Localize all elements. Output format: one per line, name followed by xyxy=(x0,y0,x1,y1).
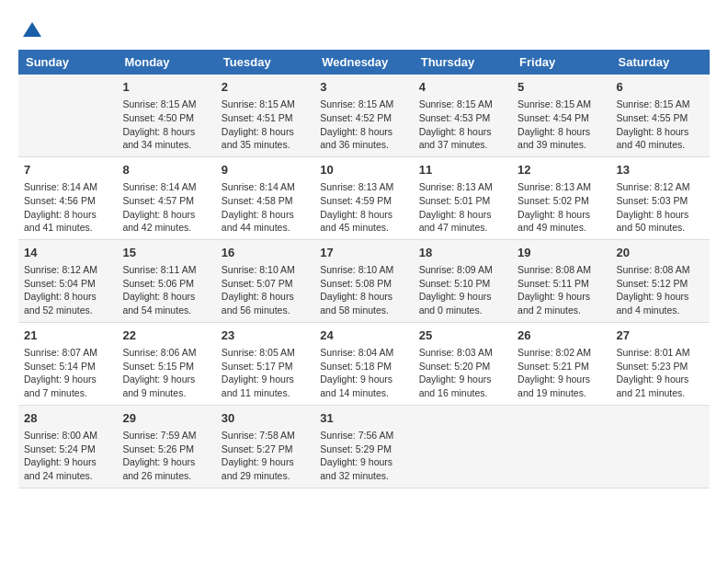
day-number: 31 xyxy=(320,410,407,427)
daylight-text: Daylight: 8 hours and 34 minutes. xyxy=(122,125,210,152)
day-number: 12 xyxy=(518,162,605,178)
cell-week2-day4: 10Sunrise: 8:13 AMSunset: 4:59 PMDayligh… xyxy=(314,156,413,239)
daylight-text: Daylight: 8 hours and 44 minutes. xyxy=(222,208,309,235)
cell-week4-day3: 23Sunrise: 8:05 AMSunset: 5:17 PMDayligh… xyxy=(216,322,314,405)
sunrise-text: Sunrise: 8:14 AM xyxy=(122,180,210,194)
daylight-text: Daylight: 9 hours and 26 minutes. xyxy=(122,455,210,482)
sunset-text: Sunset: 5:02 PM xyxy=(518,194,605,208)
cell-week5-day2: 29Sunrise: 7:59 AMSunset: 5:26 PMDayligh… xyxy=(117,405,215,488)
day-number: 9 xyxy=(222,162,309,178)
sunset-text: Sunset: 4:54 PM xyxy=(518,111,605,125)
week-row-4: 21Sunrise: 8:07 AMSunset: 5:14 PMDayligh… xyxy=(18,322,710,405)
cell-week5-day3: 30Sunrise: 7:58 AMSunset: 5:27 PMDayligh… xyxy=(216,405,314,488)
daylight-text: Daylight: 9 hours and 7 minutes. xyxy=(24,373,111,399)
day-number: 10 xyxy=(320,162,407,178)
cell-week1-day7: 6Sunrise: 8:15 AMSunset: 4:55 PMDaylight… xyxy=(611,75,710,156)
sunset-text: Sunset: 4:56 PM xyxy=(24,194,111,208)
cell-week2-day7: 13Sunrise: 8:12 AMSunset: 5:03 PMDayligh… xyxy=(611,156,710,239)
sunset-text: Sunset: 5:04 PM xyxy=(24,277,111,291)
day-number: 16 xyxy=(222,245,309,261)
sunrise-text: Sunrise: 8:09 AM xyxy=(419,263,506,277)
week-row-2: 7Sunrise: 8:14 AMSunset: 4:56 PMDaylight… xyxy=(18,156,710,239)
sunset-text: Sunset: 5:12 PM xyxy=(617,277,704,291)
sunrise-text: Sunrise: 8:06 AM xyxy=(122,346,210,360)
sunrise-text: Sunrise: 8:14 AM xyxy=(222,180,309,194)
week-row-5: 28Sunrise: 8:00 AMSunset: 5:24 PMDayligh… xyxy=(18,405,710,488)
sunrise-text: Sunrise: 8:15 AM xyxy=(518,98,605,111)
day-number: 14 xyxy=(24,245,111,261)
day-number: 30 xyxy=(222,410,309,427)
svg-marker-0 xyxy=(23,22,41,37)
sunrise-text: Sunrise: 8:02 AM xyxy=(518,346,605,360)
sunrise-text: Sunrise: 8:15 AM xyxy=(320,98,407,111)
cell-week1-day5: 4Sunrise: 8:15 AMSunset: 4:53 PMDaylight… xyxy=(414,75,512,156)
sunset-text: Sunset: 5:29 PM xyxy=(320,442,407,456)
daylight-text: Daylight: 8 hours and 35 minutes. xyxy=(222,125,309,152)
sunrise-text: Sunrise: 8:08 AM xyxy=(617,263,704,277)
sunset-text: Sunset: 4:51 PM xyxy=(222,111,309,125)
sunset-text: Sunset: 5:10 PM xyxy=(419,277,506,291)
col-header-thursday: Thursday xyxy=(414,50,512,75)
cell-week5-day5 xyxy=(414,405,512,488)
cell-week1-day3: 2Sunrise: 8:15 AMSunset: 4:51 PMDaylight… xyxy=(216,75,314,156)
daylight-text: Daylight: 9 hours and 24 minutes. xyxy=(24,455,111,482)
cell-week3-day6: 19Sunrise: 8:08 AMSunset: 5:11 PMDayligh… xyxy=(512,239,610,322)
day-number: 7 xyxy=(24,162,111,178)
sunset-text: Sunset: 5:14 PM xyxy=(24,360,111,373)
day-number: 21 xyxy=(24,327,111,344)
day-number: 5 xyxy=(518,79,605,96)
sunset-text: Sunset: 4:57 PM xyxy=(122,194,210,208)
daylight-text: Daylight: 8 hours and 56 minutes. xyxy=(222,290,309,316)
sunrise-text: Sunrise: 7:56 AM xyxy=(320,429,407,442)
daylight-text: Daylight: 9 hours and 11 minutes. xyxy=(222,373,309,399)
daylight-text: Daylight: 9 hours and 29 minutes. xyxy=(222,455,309,482)
week-row-3: 14Sunrise: 8:12 AMSunset: 5:04 PMDayligh… xyxy=(18,239,710,322)
cell-week5-day4: 31Sunrise: 7:56 AMSunset: 5:29 PMDayligh… xyxy=(314,405,413,488)
day-number: 19 xyxy=(518,245,605,261)
cell-week1-day6: 5Sunrise: 8:15 AMSunset: 4:54 PMDaylight… xyxy=(512,75,610,156)
calendar-table: SundayMondayTuesdayWednesdayThursdayFrid… xyxy=(18,50,710,488)
day-number: 13 xyxy=(617,162,704,178)
header-row: SundayMondayTuesdayWednesdayThursdayFrid… xyxy=(18,50,710,75)
day-number: 27 xyxy=(617,327,704,344)
sunrise-text: Sunrise: 8:14 AM xyxy=(24,180,111,194)
sunrise-text: Sunrise: 8:00 AM xyxy=(24,429,111,442)
sunrise-text: Sunrise: 8:13 AM xyxy=(320,180,407,194)
cell-week3-day3: 16Sunrise: 8:10 AMSunset: 5:07 PMDayligh… xyxy=(216,239,314,322)
cell-week5-day1: 28Sunrise: 8:00 AMSunset: 5:24 PMDayligh… xyxy=(18,405,117,488)
sunrise-text: Sunrise: 8:12 AM xyxy=(24,263,111,277)
day-number: 1 xyxy=(122,79,210,96)
daylight-text: Daylight: 9 hours and 9 minutes. xyxy=(122,373,210,399)
col-header-monday: Monday xyxy=(117,50,215,75)
col-header-saturday: Saturday xyxy=(611,50,710,75)
cell-week4-day5: 25Sunrise: 8:03 AMSunset: 5:20 PMDayligh… xyxy=(414,322,512,405)
sunset-text: Sunset: 4:55 PM xyxy=(617,111,704,125)
sunset-text: Sunset: 5:01 PM xyxy=(419,194,506,208)
sunrise-text: Sunrise: 8:07 AM xyxy=(24,346,111,360)
daylight-text: Daylight: 8 hours and 58 minutes. xyxy=(320,290,407,316)
daylight-text: Daylight: 9 hours and 32 minutes. xyxy=(320,455,407,482)
cell-week5-day7 xyxy=(611,405,710,488)
cell-week4-day7: 27Sunrise: 8:01 AMSunset: 5:23 PMDayligh… xyxy=(611,322,710,405)
daylight-text: Daylight: 8 hours and 37 minutes. xyxy=(419,125,506,152)
sunset-text: Sunset: 5:26 PM xyxy=(122,442,210,456)
daylight-text: Daylight: 9 hours and 4 minutes. xyxy=(617,290,704,316)
daylight-text: Daylight: 8 hours and 42 minutes. xyxy=(122,208,210,235)
col-header-tuesday: Tuesday xyxy=(216,50,314,75)
sunrise-text: Sunrise: 7:59 AM xyxy=(122,429,210,442)
daylight-text: Daylight: 8 hours and 41 minutes. xyxy=(24,208,111,235)
cell-week2-day5: 11Sunrise: 8:13 AMSunset: 5:01 PMDayligh… xyxy=(414,156,512,239)
sunrise-text: Sunrise: 8:13 AM xyxy=(419,180,506,194)
day-number: 25 xyxy=(419,327,506,344)
day-number: 17 xyxy=(320,245,407,261)
sunrise-text: Sunrise: 8:01 AM xyxy=(617,346,704,360)
daylight-text: Daylight: 9 hours and 16 minutes. xyxy=(419,373,506,399)
cell-week2-day1: 7Sunrise: 8:14 AMSunset: 4:56 PMDaylight… xyxy=(18,156,117,239)
daylight-text: Daylight: 8 hours and 54 minutes. xyxy=(122,290,210,316)
sunrise-text: Sunrise: 8:15 AM xyxy=(419,98,506,111)
daylight-text: Daylight: 9 hours and 19 minutes. xyxy=(518,373,605,399)
sunset-text: Sunset: 5:06 PM xyxy=(122,277,210,291)
cell-week4-day2: 22Sunrise: 8:06 AMSunset: 5:15 PMDayligh… xyxy=(117,322,215,405)
day-number: 20 xyxy=(617,245,704,261)
day-number: 11 xyxy=(419,162,506,178)
